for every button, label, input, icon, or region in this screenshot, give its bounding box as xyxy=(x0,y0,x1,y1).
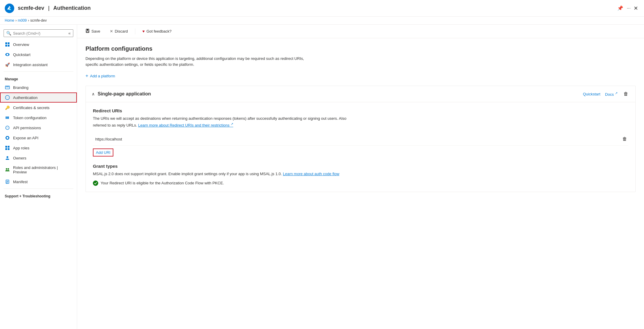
page-description: Depending on the platform or device this… xyxy=(85,56,311,67)
delete-platform-button[interactable]: 🗑 xyxy=(622,90,629,98)
roles-admin-icon xyxy=(5,167,10,173)
sidebar-item-authentication[interactable]: Authentication xyxy=(0,92,77,103)
main-layout: 🔍 « Overview Quickstart 🚀 Integration as… xyxy=(0,25,644,329)
sidebar-item-app-roles[interactable]: App roles xyxy=(0,143,77,153)
sidebar-item-manifest[interactable]: Manifest xyxy=(0,177,77,187)
sidebar-item-label: Token configuration xyxy=(13,116,47,120)
sidebar: 🔍 « Overview Quickstart 🚀 Integration as… xyxy=(0,25,77,329)
app-name: scmfe-dev xyxy=(18,5,44,11)
platform-card-spa: ∧ Single-page application Quickstart Doc… xyxy=(85,86,636,192)
search-box[interactable]: 🔍 « xyxy=(4,29,73,37)
add-platform-button[interactable]: + Add a platform xyxy=(85,73,115,79)
feedback-icon: ♥ xyxy=(142,29,145,33)
sidebar-item-label: Integration assistant xyxy=(13,63,47,67)
docs-link[interactable]: Docs ↗ xyxy=(605,91,618,97)
redirect-link-icon: ↗ xyxy=(231,122,233,126)
azure-logo xyxy=(5,4,14,13)
svg-rect-20 xyxy=(8,146,9,148)
quickstart-link[interactable]: Quickstart xyxy=(583,92,600,96)
sidebar-item-label: Branding xyxy=(13,85,28,90)
svg-rect-4 xyxy=(8,45,9,47)
svg-rect-3 xyxy=(5,45,7,47)
app-roles-icon xyxy=(5,145,10,151)
sidebar-item-overview[interactable]: Overview xyxy=(0,39,77,49)
svg-rect-32 xyxy=(86,31,89,32)
authentication-icon xyxy=(5,95,10,100)
svg-point-23 xyxy=(7,156,8,158)
sidebar-item-label: App roles xyxy=(13,146,29,150)
svg-rect-22 xyxy=(8,148,9,150)
collapse-chevron[interactable]: ∧ xyxy=(92,92,95,96)
support-divider xyxy=(4,189,73,189)
close-button[interactable]: ✕ xyxy=(632,4,639,13)
svg-rect-7 xyxy=(5,86,9,89)
content-area: Save ✕ Discard ♥ Got feedback? Platform … xyxy=(77,25,644,329)
token-icon xyxy=(5,115,10,120)
external-link-icon: ↗ xyxy=(615,91,618,95)
manage-label: Manage xyxy=(0,74,77,82)
page-name: Authentication xyxy=(53,5,91,11)
redirect-uris-desc: The URIs we will accept as destinations … xyxy=(93,116,360,128)
more-options-button[interactable]: ··· xyxy=(625,4,632,12)
toolbar: Save ✕ Discard ♥ Got feedback? xyxy=(77,25,644,38)
sidebar-item-label: Quickstart xyxy=(13,52,31,57)
add-uri-button[interactable]: Add URI xyxy=(93,148,113,156)
save-button[interactable]: Save xyxy=(83,27,103,36)
feedback-button[interactable]: ♥ Got feedback? xyxy=(140,27,174,35)
breadcrumb-m009[interactable]: m009 xyxy=(18,18,27,23)
sidebar-item-owners[interactable]: Owners xyxy=(0,153,77,163)
redirect-uris-title: Redirect URIs xyxy=(93,108,628,113)
app-container: scmfe-dev | Authentication 📌 ··· ✕ Home … xyxy=(0,0,644,329)
delete-uri-button[interactable]: 🗑 xyxy=(621,135,628,143)
search-input[interactable] xyxy=(13,31,66,36)
save-icon xyxy=(85,29,90,34)
svg-point-6 xyxy=(7,54,8,55)
pin-button[interactable]: 📌 xyxy=(616,4,625,12)
sidebar-item-label: Authentication xyxy=(13,95,37,100)
platform-card-header: ∧ Single-page application Quickstart Doc… xyxy=(86,86,635,102)
sidebar-item-label: Roles and administrators | Preview xyxy=(13,165,72,174)
sidebar-item-token[interactable]: Token configuration xyxy=(0,113,77,123)
manifest-icon xyxy=(5,179,10,184)
svg-point-24 xyxy=(6,168,7,170)
sidebar-item-roles-admin[interactable]: Roles and administrators | Preview xyxy=(0,163,77,177)
api-permissions-icon xyxy=(5,125,10,130)
sidebar-item-label: Expose an API xyxy=(13,136,38,140)
title-bar: scmfe-dev | Authentication 📌 ··· ✕ xyxy=(0,0,644,17)
sidebar-item-branding[interactable]: Branding xyxy=(0,82,77,92)
svg-rect-21 xyxy=(5,148,7,150)
sidebar-item-label: API permissions xyxy=(13,126,41,130)
discard-button[interactable]: ✕ Discard xyxy=(107,27,130,35)
sidebar-item-certificates[interactable]: 🔑 Certificates & secrets xyxy=(0,103,77,113)
add-platform-icon: + xyxy=(85,73,88,79)
sidebar-item-expose-api[interactable]: Expose an API xyxy=(0,133,77,143)
redirect-uris-link[interactable]: Learn more about Redirect URIs and their… xyxy=(138,123,233,127)
success-icon xyxy=(93,181,98,186)
content-body: Platform configurations Depending on the… xyxy=(77,38,644,204)
sidebar-item-quickstart[interactable]: Quickstart xyxy=(0,49,77,60)
search-icon: 🔍 xyxy=(6,31,11,36)
page-title: Platform configurations xyxy=(85,45,636,52)
svg-rect-2 xyxy=(8,42,9,44)
auth-code-flow-link[interactable]: Learn more about auth code flow xyxy=(283,172,339,176)
svg-point-10 xyxy=(7,97,8,98)
breadcrumb-home[interactable]: Home xyxy=(5,18,14,23)
svg-point-15 xyxy=(7,127,8,128)
sidebar-item-api-permissions[interactable]: API permissions xyxy=(0,123,77,133)
svg-rect-11 xyxy=(6,116,7,119)
platform-card-title: Single-page application xyxy=(98,91,580,97)
svg-rect-19 xyxy=(5,146,7,148)
platform-card-actions: Quickstart Docs ↗ 🗑 xyxy=(583,90,629,98)
breadcrumb-current: scmfe-dev xyxy=(30,18,47,23)
collapse-icon[interactable]: « xyxy=(68,31,71,36)
discard-icon: ✕ xyxy=(110,29,113,33)
svg-rect-8 xyxy=(6,87,9,87)
svg-point-18 xyxy=(6,136,9,140)
sidebar-divider xyxy=(4,71,73,72)
svg-point-25 xyxy=(8,168,9,170)
sidebar-item-label: Certificates & secrets xyxy=(13,106,50,110)
platform-card-body: Redirect URIs The URIs we will accept as… xyxy=(86,102,635,192)
svg-rect-12 xyxy=(7,116,8,119)
svg-rect-31 xyxy=(87,29,88,31)
sidebar-item-integration[interactable]: 🚀 Integration assistant xyxy=(0,60,77,70)
